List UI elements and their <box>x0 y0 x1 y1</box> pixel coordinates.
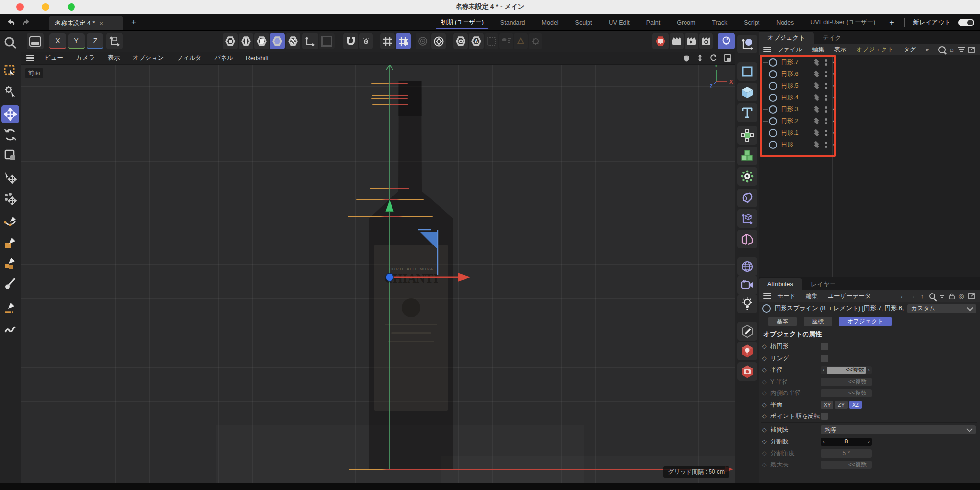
object-name[interactable]: 円形.4 <box>781 94 807 102</box>
solo-selection-button[interactable] <box>485 33 498 49</box>
reverse-checkbox[interactable] <box>821 413 828 420</box>
texture-mode-button[interactable] <box>286 33 300 49</box>
gizmo-y-handle[interactable] <box>385 199 394 212</box>
viewport-menu-options[interactable]: オプション <box>126 54 170 62</box>
solo-hierarchy-button[interactable] <box>499 33 513 49</box>
attr-menu-edit[interactable]: 編集 <box>801 292 823 300</box>
visibility-dots[interactable] <box>825 118 827 124</box>
layout-lock-toggle[interactable] <box>958 19 974 26</box>
om-home-icon[interactable]: ⌂ <box>947 45 956 54</box>
document-tab[interactable]: 名称未設定 4 * × <box>49 16 123 30</box>
interpolation-dropdown[interactable]: 均等 <box>821 425 976 434</box>
layers-icon[interactable] <box>813 82 820 89</box>
layout-tab-paint[interactable]: Paint <box>638 14 669 30</box>
snap-button[interactable] <box>343 33 358 49</box>
gizmo-x-arrow[interactable] <box>458 273 470 282</box>
key-diamond-icon[interactable]: ◇ <box>759 401 770 408</box>
object-row[interactable]: 円形.7 ✓ <box>759 56 980 68</box>
spline-arc-tool[interactable] <box>1 254 19 272</box>
rotate-view-icon[interactable] <box>708 54 719 63</box>
attr-detach-icon[interactable] <box>966 292 976 300</box>
radius-stepper-field[interactable]: ‹ <<複数 › <box>821 366 872 374</box>
attr-parent-icon[interactable]: ↑ <box>917 292 927 300</box>
tab-layers[interactable]: レイヤー <box>802 278 845 290</box>
search-commands-button[interactable] <box>1 34 19 51</box>
layout-tab-nodes[interactable]: Nodes <box>768 14 802 30</box>
tweak-tool[interactable] <box>1 83 19 100</box>
tab-takes[interactable]: テイク <box>814 32 850 44</box>
stepper-decrement-icon[interactable]: ‹ <box>823 367 827 373</box>
brush-tool[interactable] <box>1 275 19 293</box>
x-axis-lock-button[interactable]: X <box>49 33 66 49</box>
om-detach-icon[interactable] <box>966 45 976 54</box>
layout-tab-model[interactable]: Model <box>534 14 567 30</box>
solo-off-button[interactable] <box>453 33 468 49</box>
viewport-menu-filter[interactable]: フィルタ <box>170 54 208 62</box>
layout-tab-track[interactable]: Track <box>704 14 735 30</box>
move-tool[interactable] <box>1 105 19 123</box>
object-row[interactable]: 円形.5 ✓ <box>759 80 980 92</box>
material-edit-button[interactable] <box>737 322 757 341</box>
null-axis-button[interactable] <box>737 209 757 228</box>
viewport-menu-redshift[interactable]: Redshift <box>240 55 275 62</box>
spline-pen-tool[interactable] <box>1 213 19 231</box>
layout-tab-sculpt[interactable]: Sculpt <box>567 14 601 30</box>
object-name[interactable]: 円形.2 <box>781 117 807 125</box>
attr-track-icon[interactable]: ◎ <box>956 292 966 300</box>
circle-spline-icon[interactable] <box>769 129 777 137</box>
attr-filter-icon[interactable] <box>937 292 947 300</box>
volume-builder-button[interactable] <box>737 147 757 165</box>
points-mode-button[interactable] <box>223 33 238 49</box>
ellipse-checkbox[interactable] <box>821 343 828 350</box>
coordinate-system-button[interactable] <box>106 33 123 49</box>
stepper-increment-icon[interactable]: › <box>866 367 870 373</box>
om-hamburger-icon[interactable] <box>762 45 772 54</box>
stepper-decrement-icon[interactable]: ‹ <box>823 439 827 444</box>
attr-hamburger-icon[interactable] <box>762 292 772 300</box>
tab-attributes[interactable]: Attributes <box>759 278 802 290</box>
radius-value-selected[interactable]: <<複数 <box>827 367 866 374</box>
layers-icon[interactable] <box>813 118 820 124</box>
render-to-picture-viewer-button[interactable] <box>685 33 698 49</box>
visibility-dots[interactable] <box>825 142 827 148</box>
cache-settings-button[interactable] <box>529 33 542 49</box>
layers-icon[interactable] <box>813 106 820 113</box>
stepper-increment-icon[interactable]: › <box>866 439 870 444</box>
circle-spline-icon[interactable] <box>769 94 777 102</box>
circle-spline-icon[interactable] <box>769 141 777 149</box>
plane-zy-button[interactable]: ZY <box>835 401 848 409</box>
symmetry-button[interactable] <box>737 230 757 248</box>
render-settings-button[interactable] <box>699 33 713 49</box>
redshift-renderview-button[interactable] <box>652 33 669 49</box>
sketch-spline-tool[interactable] <box>1 321 19 339</box>
visibility-dots[interactable] <box>825 59 827 66</box>
circle-spline-icon[interactable] <box>769 58 777 67</box>
om-search-icon[interactable] <box>937 45 947 54</box>
line-cut-tool[interactable] <box>1 299 19 317</box>
layers-icon[interactable] <box>813 141 820 148</box>
visibility-dots[interactable] <box>825 83 827 89</box>
attr-back-icon[interactable]: ← <box>898 292 907 300</box>
sketch-tool[interactable] <box>1 234 19 251</box>
om-menu-tags[interactable]: タグ <box>899 46 921 54</box>
key-diamond-icon[interactable]: ◇ <box>759 426 770 433</box>
layout-tab-standard[interactable]: Standard <box>492 14 534 30</box>
effector-button[interactable] <box>737 167 757 186</box>
layout-tab-script[interactable]: Script <box>735 14 768 30</box>
attr-forward-icon[interactable]: → <box>907 292 917 300</box>
visibility-dots[interactable] <box>825 95 827 101</box>
magic-bullet-looks-button[interactable] <box>718 33 735 49</box>
z-axis-lock-button[interactable]: Z <box>87 33 103 49</box>
polygons-mode-button[interactable] <box>254 33 269 49</box>
om-menu-file[interactable]: ファイル <box>772 46 807 54</box>
scale-tool[interactable] <box>1 147 19 164</box>
section-tab-basic[interactable]: 基本 <box>768 317 797 326</box>
layers-icon[interactable] <box>813 129 820 136</box>
key-diamond-icon[interactable]: ◇ <box>759 438 770 445</box>
key-diamond-icon[interactable]: ◇ <box>759 367 770 373</box>
solo-auto-button[interactable]: A <box>469 33 484 49</box>
circle-spline-icon[interactable] <box>769 70 777 78</box>
spline-rectangle-button[interactable] <box>737 62 757 81</box>
circle-spline-icon[interactable] <box>769 105 777 114</box>
visibility-dots[interactable] <box>825 130 827 136</box>
